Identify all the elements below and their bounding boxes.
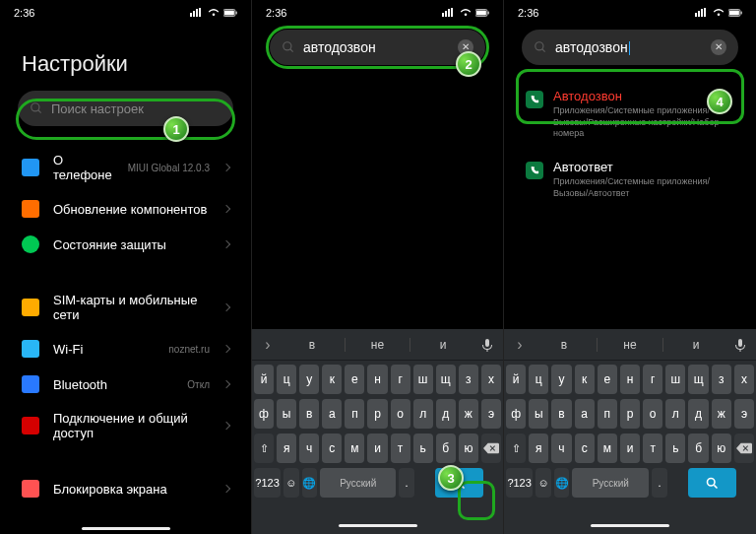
home-indicator[interactable]: [591, 524, 669, 527]
key-ч[interactable]: ч: [551, 434, 571, 463]
key-я[interactable]: я: [529, 434, 548, 463]
row-bluetooth[interactable]: Bluetooth Откл: [0, 367, 251, 402]
row-update[interactable]: Обновление компонентов: [0, 191, 251, 227]
space-key[interactable]: Русский: [572, 468, 649, 498]
key-к[interactable]: к: [575, 365, 595, 394]
search-result[interactable]: Автоответ Приложения/Системные приложени…: [504, 150, 756, 209]
key-у[interactable]: у: [551, 365, 571, 394]
space-key[interactable]: Русский: [320, 468, 396, 498]
clear-button[interactable]: ✕: [711, 39, 726, 55]
key-й[interactable]: й: [254, 365, 274, 394]
emoji-key[interactable]: ☺: [536, 468, 551, 498]
key-ш[interactable]: ш: [665, 365, 685, 394]
row-lock[interactable]: Блокировка экрана: [0, 471, 251, 506]
keyboard-search-key[interactable]: [688, 468, 736, 498]
key-и[interactable]: и: [367, 434, 387, 463]
expand-icon[interactable]: ›: [256, 336, 280, 354]
backspace-key[interactable]: [481, 434, 501, 463]
key-н[interactable]: н: [620, 365, 640, 394]
key-а[interactable]: а: [575, 399, 595, 429]
row-wifi[interactable]: Wi-Fi noznet.ru: [0, 331, 251, 367]
key-т[interactable]: т: [643, 434, 662, 463]
key-э[interactable]: э: [481, 399, 501, 429]
mic-icon[interactable]: [728, 338, 752, 352]
key-у[interactable]: у: [299, 365, 319, 394]
shift-key[interactable]: ⇧: [506, 434, 526, 463]
key-ч[interactable]: ч: [299, 434, 319, 463]
key-т[interactable]: т: [391, 434, 410, 463]
key-е[interactable]: е: [598, 365, 617, 394]
key-о[interactable]: о: [391, 399, 410, 429]
key-к[interactable]: к: [322, 365, 342, 394]
key-б[interactable]: б: [436, 434, 456, 463]
key-щ[interactable]: щ: [688, 365, 708, 394]
key-о[interactable]: о: [643, 399, 662, 429]
expand-icon[interactable]: ›: [508, 336, 532, 354]
settings-search[interactable]: Поиск настроек: [18, 91, 233, 126]
key-х[interactable]: х: [481, 365, 501, 394]
row-tethering[interactable]: Подключение и общий доступ: [0, 402, 251, 449]
key-я[interactable]: я: [277, 434, 296, 463]
search-field[interactable]: автодозвон ✕: [270, 30, 485, 65]
key-ж[interactable]: ж: [459, 399, 478, 429]
key-э[interactable]: э: [734, 399, 754, 429]
symbols-key[interactable]: ?123: [506, 468, 533, 498]
key-ш[interactable]: ш: [413, 365, 433, 394]
key-р[interactable]: р: [367, 399, 387, 429]
key-х[interactable]: х: [734, 365, 754, 394]
key-п[interactable]: п: [345, 399, 364, 429]
search-field[interactable]: автодозвон ✕: [522, 30, 738, 65]
key-й[interactable]: й: [506, 365, 526, 394]
key-р[interactable]: р: [620, 399, 640, 429]
key-ы[interactable]: ы: [529, 399, 548, 429]
key-м[interactable]: м: [345, 434, 364, 463]
suggestion[interactable]: не: [598, 338, 663, 352]
symbols-key[interactable]: ?123: [254, 468, 281, 498]
key-н[interactable]: н: [367, 365, 387, 394]
suggestion[interactable]: и: [410, 338, 475, 352]
key-з[interactable]: з: [459, 365, 478, 394]
emoji-key[interactable]: ☺: [284, 468, 298, 498]
key-з[interactable]: з: [712, 365, 731, 394]
key-в[interactable]: в: [299, 399, 319, 429]
period-key[interactable]: .: [399, 468, 413, 498]
key-п[interactable]: п: [598, 399, 617, 429]
suggestion[interactable]: не: [346, 338, 411, 352]
suggestion[interactable]: в: [532, 338, 598, 352]
key-л[interactable]: л: [665, 399, 685, 429]
home-indicator[interactable]: [82, 527, 170, 530]
row-about-phone[interactable]: О телефоне MIUI Global 12.0.3: [0, 144, 251, 191]
key-а[interactable]: а: [322, 399, 342, 429]
key-с[interactable]: с: [322, 434, 342, 463]
key-ф[interactable]: ф: [506, 399, 526, 429]
mic-icon[interactable]: [475, 338, 499, 352]
home-indicator[interactable]: [339, 524, 417, 527]
key-в[interactable]: в: [551, 399, 571, 429]
key-г[interactable]: г: [391, 365, 410, 394]
key-ю[interactable]: ю: [712, 434, 731, 463]
row-sim[interactable]: SIM-карты и мобильные сети: [0, 284, 251, 331]
key-ж[interactable]: ж: [712, 399, 731, 429]
key-г[interactable]: г: [643, 365, 662, 394]
key-щ[interactable]: щ: [436, 365, 456, 394]
backspace-key[interactable]: [734, 434, 754, 463]
key-ц[interactable]: ц: [529, 365, 548, 394]
globe-key[interactable]: 🌐: [302, 468, 317, 498]
key-б[interactable]: б: [688, 434, 708, 463]
key-е[interactable]: е: [345, 365, 364, 394]
period-key[interactable]: .: [652, 468, 667, 498]
key-и[interactable]: и: [620, 434, 640, 463]
shift-key[interactable]: ⇧: [254, 434, 274, 463]
key-л[interactable]: л: [413, 399, 433, 429]
globe-key[interactable]: 🌐: [554, 468, 570, 498]
suggestion[interactable]: и: [663, 338, 728, 352]
key-ф[interactable]: ф: [254, 399, 274, 429]
key-с[interactable]: с: [575, 434, 595, 463]
key-м[interactable]: м: [598, 434, 617, 463]
key-ь[interactable]: ь: [413, 434, 433, 463]
key-ы[interactable]: ы: [277, 399, 296, 429]
suggestion[interactable]: в: [280, 338, 346, 352]
key-д[interactable]: д: [688, 399, 708, 429]
row-security[interactable]: Состояние защиты: [0, 227, 251, 262]
key-д[interactable]: д: [436, 399, 456, 429]
